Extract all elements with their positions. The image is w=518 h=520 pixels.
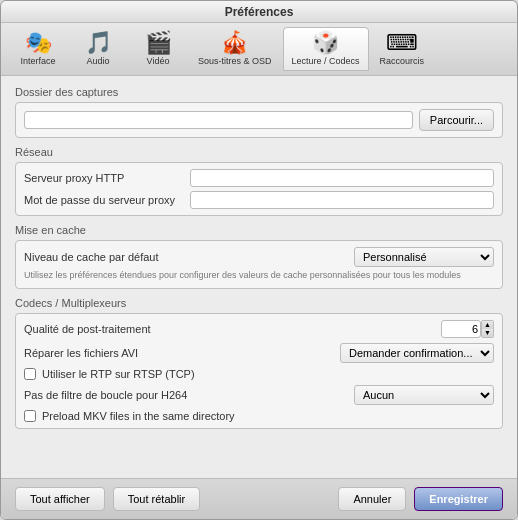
captures-section-label: Dossier des captures — [15, 86, 503, 98]
proxy-password-label: Mot de passe du serveur proxy — [24, 194, 184, 206]
tab-audio-label: Audio — [86, 56, 109, 66]
rtp-label: Utiliser le RTP sur RTSP (TCP) — [42, 368, 195, 380]
codecs-icon: 🎲 — [312, 32, 339, 54]
proxy-http-label: Serveur proxy HTTP — [24, 172, 184, 184]
proxy-http-input[interactable] — [190, 169, 494, 187]
tab-audio[interactable]: 🎵 Audio — [69, 27, 127, 71]
video-icon: 🎬 — [145, 32, 172, 54]
reseau-section: Serveur proxy HTTP Mot de passe du serve… — [15, 162, 503, 216]
proxy-http-row: Serveur proxy HTTP — [24, 169, 494, 187]
tab-shortcuts-label: Raccourcis — [380, 56, 425, 66]
qualite-row: Qualité de post-traitement ▲ ▼ — [24, 320, 494, 338]
save-button[interactable]: Enregistrer — [414, 487, 503, 511]
proxy-password-row: Mot de passe du serveur proxy — [24, 191, 494, 209]
preload-label: Preload MKV files in the same directory — [42, 410, 235, 422]
preload-row: Preload MKV files in the same directory — [24, 410, 494, 422]
show-all-button[interactable]: Tout afficher — [15, 487, 105, 511]
tab-video[interactable]: 🎬 Vidéo — [129, 27, 187, 71]
preload-checkbox[interactable] — [24, 410, 36, 422]
shortcuts-icon: ⌨ — [386, 32, 418, 54]
codecs-section-label: Codecs / Multiplexeurs — [15, 297, 503, 309]
reseau-section-label: Réseau — [15, 146, 503, 158]
browse-button[interactable]: Parcourir... — [419, 109, 494, 131]
window-title: Préférences — [225, 5, 294, 19]
tab-subtitles-label: Sous-titres & OSD — [198, 56, 272, 66]
captures-row: Parcourir... — [24, 109, 494, 131]
tab-interface[interactable]: 🎭 Interface — [9, 27, 67, 71]
reset-all-button[interactable]: Tout rétablir — [113, 487, 200, 511]
codecs-section: Qualité de post-traitement ▲ ▼ Réparer l… — [15, 313, 503, 429]
cache-section-label: Mise en cache — [15, 224, 503, 236]
footer: Tout afficher Tout rétablir Annuler Enre… — [1, 478, 517, 519]
main-content: Dossier des captures Parcourir... Réseau… — [1, 76, 517, 478]
qualite-stepper-group: ▲ ▼ — [441, 320, 494, 338]
interface-icon: 🎭 — [25, 32, 52, 54]
tab-codecs-label: Lecture / Codecs — [292, 56, 360, 66]
proxy-password-input[interactable] — [190, 191, 494, 209]
reparer-select[interactable]: Demander confirmation... Jamais Toujours — [340, 343, 494, 363]
cache-hint: Utilisez les préférences étendues pour c… — [24, 270, 494, 282]
tab-shortcuts[interactable]: ⌨ Raccourcis — [371, 27, 434, 71]
toolbar: 🎭 Interface 🎵 Audio 🎬 Vidéo 🎪 Sous-titre… — [1, 23, 517, 76]
cancel-button[interactable]: Annuler — [338, 487, 406, 511]
preferences-window: Préférences 🎭 Interface 🎵 Audio 🎬 Vidéo … — [0, 0, 518, 520]
qualite-down-button[interactable]: ▼ — [482, 329, 493, 337]
filtre-label: Pas de filtre de boucle pour H264 — [24, 389, 348, 401]
filtre-select[interactable]: Aucun Non-clé Tous — [354, 385, 494, 405]
tab-codecs[interactable]: 🎲 Lecture / Codecs — [283, 27, 369, 71]
tab-video-label: Vidéo — [147, 56, 170, 66]
subtitles-icon: 🎪 — [221, 32, 248, 54]
captures-input[interactable] — [24, 111, 413, 129]
cache-niveau-label: Niveau de cache par défaut — [24, 251, 348, 263]
filtre-row: Pas de filtre de boucle pour H264 Aucun … — [24, 385, 494, 405]
qualite-up-button[interactable]: ▲ — [482, 321, 493, 329]
captures-section: Parcourir... — [15, 102, 503, 138]
audio-icon: 🎵 — [85, 32, 112, 54]
reparer-label: Réparer les fichiers AVI — [24, 347, 334, 359]
rtp-checkbox[interactable] — [24, 368, 36, 380]
qualite-label: Qualité de post-traitement — [24, 323, 435, 335]
cache-section: Niveau de cache par défaut Personnalisé … — [15, 240, 503, 289]
tab-interface-label: Interface — [20, 56, 55, 66]
cache-niveau-select[interactable]: Personnalisé Minimum Faible Normal Élevé… — [354, 247, 494, 267]
tab-subtitles[interactable]: 🎪 Sous-titres & OSD — [189, 27, 281, 71]
rtp-row: Utiliser le RTP sur RTSP (TCP) — [24, 368, 494, 380]
qualite-input[interactable] — [441, 320, 481, 338]
qualite-stepper: ▲ ▼ — [481, 320, 494, 338]
reparer-row: Réparer les fichiers AVI Demander confir… — [24, 343, 494, 363]
titlebar: Préférences — [1, 1, 517, 23]
cache-niveau-row: Niveau de cache par défaut Personnalisé … — [24, 247, 494, 267]
